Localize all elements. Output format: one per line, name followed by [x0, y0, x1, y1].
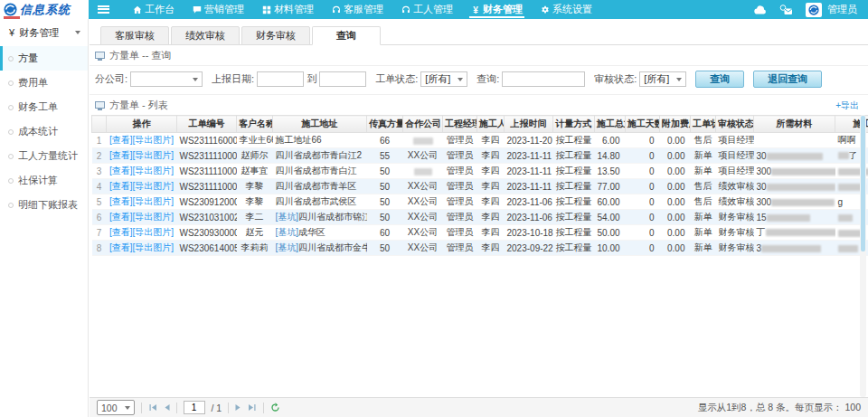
address: 四川省成都市青白江: [273, 164, 367, 179]
sidebar-item[interactable]: 费用单: [0, 71, 88, 95]
home-icon: [133, 5, 142, 14]
first-page-button[interactable]: [148, 403, 157, 412]
sidebar-item[interactable]: 成本统计: [0, 119, 88, 144]
customer-name: 李黎: [237, 194, 273, 210]
tab[interactable]: 财务审核: [241, 26, 310, 45]
order-status-label: 工单状态:: [375, 72, 418, 86]
export-image-link[interactable]: [导出图片]: [133, 181, 175, 191]
tab[interactable]: 绩效审核: [171, 26, 240, 45]
tab[interactable]: 查询: [312, 26, 381, 45]
topnav-item[interactable]: 营销管理: [184, 0, 253, 19]
redacted-text: [413, 137, 433, 145]
report-date: 2023-11-20: [505, 133, 553, 148]
customer-name: 赵师尔: [237, 148, 273, 164]
yen-icon: ¥: [471, 5, 480, 14]
worker: 李四: [477, 164, 505, 179]
order-no: WS2306140056: [177, 241, 237, 256]
view-link[interactable]: [查看]: [109, 242, 133, 252]
redacted-text: [838, 230, 862, 237]
chevron-down-icon: [676, 78, 682, 81]
pit-tag: [基坑]: [276, 227, 299, 237]
table-row[interactable]: 7[查看][导出图片]WS2309300001赵元[基坑]成华区60XX公司管理…: [92, 225, 868, 241]
topnav-item[interactable]: 工作台: [124, 0, 184, 19]
page-size-select[interactable]: 100: [97, 400, 135, 415]
table-row[interactable]: 8[查看][导出图片]WS2306140056李莉莉[基坑]四川省成都市金牛区5…: [92, 241, 868, 256]
sidebar-header-finance[interactable]: ¥ 财务管理: [0, 19, 88, 46]
table-row[interactable]: 2[查看][导出图片]WS2311110003赵师尔四川省成都市青白江255XX…: [92, 148, 868, 164]
message-icon[interactable]: [779, 5, 793, 15]
prev-page-button[interactable]: [164, 403, 170, 412]
view-link[interactable]: [查看]: [109, 227, 133, 237]
view-link[interactable]: [查看]: [109, 150, 133, 160]
order-no: WS2309120002: [177, 194, 237, 210]
order-status: 新单: [691, 241, 716, 256]
order-status: 售后: [691, 133, 716, 148]
measure-method: 按工程量: [553, 133, 595, 148]
export-image-link[interactable]: [导出图片]: [133, 212, 175, 222]
return-query-button[interactable]: 退回查询: [753, 71, 822, 88]
topnav-item[interactable]: ¥财务管理: [462, 0, 532, 19]
export-image-link[interactable]: [导出图片]: [133, 196, 175, 206]
fax-volume: 66: [367, 133, 403, 148]
sidebar-item[interactable]: 工人方量统计: [0, 144, 88, 168]
total-pages-label: / 1: [212, 403, 222, 413]
view-link[interactable]: [查看]: [109, 212, 133, 222]
topnav-item[interactable]: 系统设置: [532, 0, 601, 19]
page-input[interactable]: [184, 401, 205, 414]
sidebar-item[interactable]: 方量: [0, 46, 88, 71]
extra-fee: 0.00: [660, 241, 691, 256]
next-page-button[interactable]: [235, 403, 241, 412]
vertical-scrollbar[interactable]: [860, 115, 866, 397]
sidebar-header-label: 财务管理: [19, 26, 59, 40]
pagination-bar: 100 / 1 显示从1到8，总 8 条。每页显示： 100: [90, 397, 868, 417]
date-to-input[interactable]: [319, 71, 366, 87]
sidebar-item[interactable]: 财务工单: [0, 95, 88, 119]
sidebar-item[interactable]: 明细下账报表: [0, 193, 88, 217]
refresh-icon[interactable]: [270, 403, 280, 412]
date-from-input[interactable]: [257, 71, 304, 87]
sidebar-item[interactable]: 社保计算: [0, 168, 88, 193]
materials: 15: [754, 210, 835, 225]
table-row[interactable]: 3[查看][导出图片]WS2311110002赵事宜四川省成都市青白江50管理员…: [92, 164, 868, 179]
menu-toggle-icon[interactable]: [98, 5, 109, 14]
keyword-input[interactable]: [502, 71, 585, 87]
view-link[interactable]: [查看]: [109, 181, 133, 191]
branch-select[interactable]: [130, 71, 203, 87]
export-link[interactable]: +导出: [835, 100, 859, 112]
column-header: 施工人员: [477, 116, 505, 133]
table-row[interactable]: 6[查看][导出图片]WS2310310020李二[基坑]四川省成都市锦江区50…: [92, 210, 868, 225]
last-page-button[interactable]: [248, 403, 257, 412]
column-header: 工程经理: [443, 116, 477, 133]
scrollbar-thumb[interactable]: [861, 116, 865, 251]
row-actions: [查看][导出图片]: [107, 241, 177, 256]
export-image-link[interactable]: [导出图片]: [133, 150, 175, 160]
export-image-link[interactable]: [导出图片]: [133, 242, 175, 252]
cloud-icon[interactable]: [754, 5, 767, 14]
query-button[interactable]: 查询: [695, 71, 744, 88]
view-link[interactable]: [查看]: [109, 135, 133, 145]
worker: 李四: [477, 241, 505, 256]
table-row[interactable]: 1[查看][导出图片]WS2311160001李业主66施工地址6666管理员李…: [92, 133, 868, 148]
view-link[interactable]: [查看]: [109, 196, 133, 206]
audit-status-select[interactable]: [所有]: [639, 71, 686, 87]
topnav-item[interactable]: 客服管理: [323, 0, 392, 19]
order-status-select[interactable]: [所有]: [420, 71, 467, 87]
table-row[interactable]: 5[查看][导出图片]WS2309120002李黎四川省成都市武侯区50XX公司…: [92, 194, 868, 210]
worker: 李四: [477, 194, 505, 210]
export-image-link[interactable]: [导出图片]: [133, 135, 175, 145]
export-image-link[interactable]: [导出图片]: [133, 227, 175, 237]
pagination-summary: 显示从1到8，总 8 条。每页显示： 100: [698, 402, 861, 414]
tab[interactable]: 客服审核: [100, 26, 169, 45]
monitor-icon: [95, 52, 105, 59]
table-row[interactable]: 4[查看][导出图片]WS2311110001李黎四川省成都市青羊区50XX公司…: [92, 179, 868, 194]
export-image-link[interactable]: [导出图片]: [133, 166, 175, 175]
username[interactable]: 管理员: [827, 3, 857, 16]
view-link[interactable]: [查看]: [109, 166, 133, 175]
topnav-item[interactable]: 材料管理: [253, 0, 323, 19]
measure-method: 按工程量: [553, 179, 595, 194]
pit-tag: [基坑]: [276, 242, 299, 252]
topnav-item[interactable]: 工人管理: [392, 0, 462, 19]
user-avatar[interactable]: [806, 3, 822, 17]
row-actions: [查看][导出图片]: [107, 179, 177, 194]
row-actions: [查看][导出图片]: [107, 133, 177, 148]
